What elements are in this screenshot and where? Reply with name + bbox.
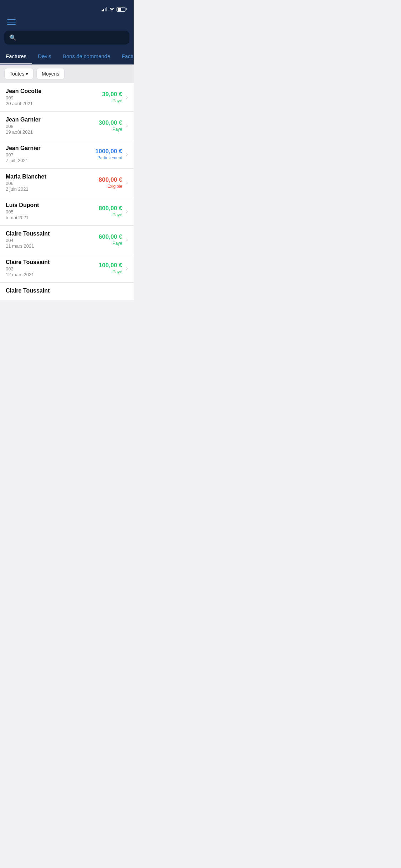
invoice-amount: 100,00 € <box>99 262 122 269</box>
invoice-name: Jean Garnier <box>6 117 99 123</box>
invoice-number: 008 <box>6 124 99 129</box>
search-bar[interactable]: 🔍 <box>4 31 129 45</box>
invoice-status: Payé <box>99 241 122 246</box>
invoice-date: 2 juin 2021 <box>6 186 99 192</box>
invoice-name: Claire Toussaint <box>6 288 128 294</box>
chevron-right-icon: › <box>126 207 128 215</box>
invoice-item[interactable]: Claire Toussaint <box>0 283 134 300</box>
chevron-right-icon: › <box>126 264 128 272</box>
invoice-right: 800,00 € Exigible › <box>99 176 128 189</box>
filter-toutes-label: Toutes <box>10 71 24 77</box>
invoice-amount-block: 300,00 € Payé <box>99 119 122 132</box>
invoice-left: Jean Garnier 007 7 juil. 2021 <box>6 145 95 163</box>
invoice-name: Jean Garnier <box>6 145 95 151</box>
invoice-name: Jean Cocotte <box>6 88 102 94</box>
invoice-amount-block: 600,00 € Payé <box>99 233 122 246</box>
invoice-number: 003 <box>6 266 99 272</box>
invoice-right: 1000,00 € Partiellement › <box>95 148 128 160</box>
filter-moyens-button[interactable]: Moyens <box>36 68 65 79</box>
invoice-status: Payé <box>99 212 122 217</box>
hamburger-button[interactable] <box>7 19 16 25</box>
invoice-date: 5 mai 2021 <box>6 215 99 220</box>
invoice-amount: 800,00 € <box>99 205 122 212</box>
invoice-number: 005 <box>6 209 99 215</box>
filter-row: Toutes ▾ Moyens <box>0 64 134 83</box>
chevron-right-icon: › <box>126 236 128 243</box>
chevron-right-icon: › <box>126 179 128 186</box>
tab-devis[interactable]: Devis <box>32 49 57 64</box>
invoice-amount-block: 1000,00 € Partiellement <box>95 148 122 160</box>
signal-icon <box>102 7 108 11</box>
wifi-icon <box>109 7 115 11</box>
invoice-amount-block: 100,00 € Payé <box>99 262 122 274</box>
chevron-right-icon: › <box>126 150 128 158</box>
battery-icon <box>117 7 127 12</box>
status-bar <box>0 0 134 16</box>
status-icons <box>102 7 127 12</box>
filter-toutes-arrow: ▾ <box>26 71 28 77</box>
invoice-left: Claire Toussaint 004 11 mars 2021 <box>6 231 99 249</box>
invoice-status: Payé <box>99 269 122 274</box>
filter-toutes-button[interactable]: Toutes ▾ <box>4 68 34 79</box>
invoice-name: Maria Blanchet <box>6 174 99 180</box>
filter-moyens-label: Moyens <box>42 71 59 77</box>
invoice-left: Jean Garnier 008 19 août 2021 <box>6 117 99 135</box>
invoice-item[interactable]: Claire Toussaint 003 12 mars 2021 100,00… <box>0 254 134 283</box>
invoice-date: 20 août 2021 <box>6 101 102 106</box>
tabs-container: Factures Devis Bons de commande Factures <box>0 49 134 64</box>
invoice-left: Jean Cocotte 009 20 août 2021 <box>6 88 102 106</box>
chevron-right-icon: › <box>126 93 128 101</box>
invoice-name: Claire Toussaint <box>6 259 99 265</box>
invoice-left: Claire Toussaint 003 12 mars 2021 <box>6 259 99 277</box>
invoice-left: Maria Blanchet 006 2 juin 2021 <box>6 174 99 192</box>
invoice-number: 007 <box>6 152 95 157</box>
invoice-item[interactable]: Claire Toussaint 004 11 mars 2021 600,00… <box>0 226 134 254</box>
chevron-right-icon: › <box>126 122 128 129</box>
search-container: 🔍 <box>0 31 134 49</box>
invoice-right: 800,00 € Payé › <box>99 205 128 217</box>
invoice-status: Partiellement <box>95 155 122 160</box>
invoice-item[interactable]: Jean Garnier 007 7 juil. 2021 1000,00 € … <box>0 140 134 169</box>
invoice-date: 11 mars 2021 <box>6 243 99 249</box>
invoice-item[interactable]: Jean Garnier 008 19 août 2021 300,00 € P… <box>0 112 134 140</box>
invoice-number: 006 <box>6 181 99 186</box>
invoice-amount: 800,00 € <box>99 176 122 184</box>
tab-factures-avoir[interactable]: Factures <box>116 49 134 64</box>
invoice-amount: 1000,00 € <box>95 148 122 155</box>
invoice-right: 39,00 € Payé › <box>102 91 128 103</box>
invoice-item[interactable]: Maria Blanchet 006 2 juin 2021 800,00 € … <box>0 169 134 197</box>
invoice-right: 600,00 € Payé › <box>99 233 128 246</box>
invoice-item[interactable]: Jean Cocotte 009 20 août 2021 39,00 € Pa… <box>0 83 134 112</box>
invoice-date: 12 mars 2021 <box>6 272 99 277</box>
invoice-left: Luis Dupont 005 5 mai 2021 <box>6 202 99 220</box>
invoice-amount: 300,00 € <box>99 119 122 126</box>
invoice-amount: 600,00 € <box>99 233 122 241</box>
invoice-number: 009 <box>6 95 102 100</box>
invoice-name: Claire Toussaint <box>6 231 99 237</box>
invoice-amount-block: 39,00 € Payé <box>102 91 122 103</box>
invoice-right: 300,00 € Payé › <box>99 119 128 132</box>
invoice-amount-block: 800,00 € Exigible <box>99 176 122 189</box>
invoice-date: 7 juil. 2021 <box>6 158 95 163</box>
search-icon: 🔍 <box>9 34 16 41</box>
invoice-list: Jean Cocotte 009 20 août 2021 39,00 € Pa… <box>0 83 134 300</box>
invoice-item[interactable]: Luis Dupont 005 5 mai 2021 800,00 € Payé… <box>0 197 134 226</box>
tab-bons-de-commande[interactable]: Bons de commande <box>57 49 116 64</box>
invoice-date: 19 août 2021 <box>6 129 99 135</box>
invoice-status: Payé <box>102 98 122 103</box>
invoice-status: Payé <box>99 127 122 132</box>
invoice-name: Luis Dupont <box>6 202 99 208</box>
tabs-scroll: Factures Devis Bons de commande Factures <box>0 49 134 64</box>
invoice-number: 004 <box>6 238 99 243</box>
invoice-right: 100,00 € Payé › <box>99 262 128 274</box>
invoice-amount: 39,00 € <box>102 91 122 98</box>
invoice-amount-block: 800,00 € Payé <box>99 205 122 217</box>
tab-factures[interactable]: Factures <box>0 49 32 64</box>
invoice-status: Exigible <box>99 184 122 189</box>
invoice-left: Claire Toussaint <box>6 288 128 295</box>
header <box>0 16 134 31</box>
